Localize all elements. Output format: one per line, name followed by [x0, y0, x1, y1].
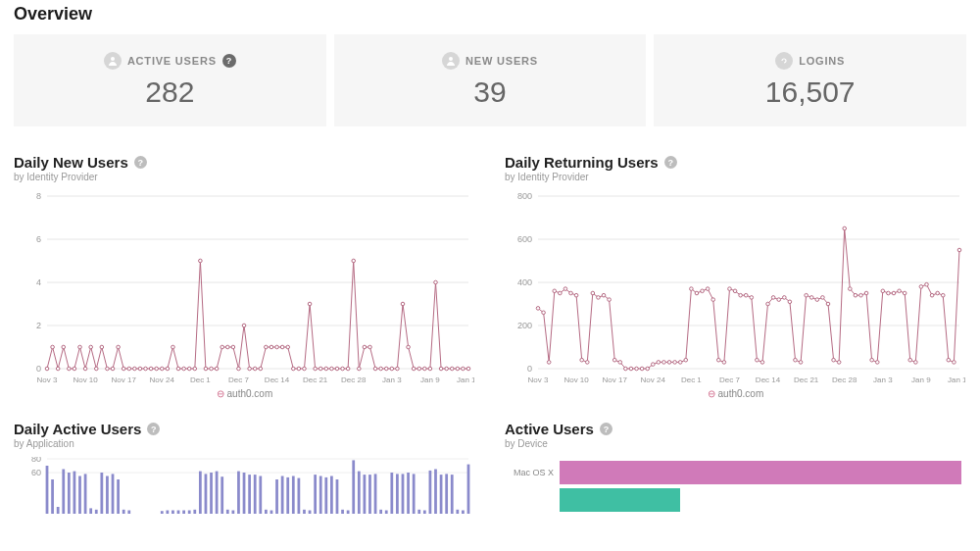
svg-point-173 [805, 293, 808, 297]
svg-point-185 [870, 358, 874, 362]
svg-point-28 [68, 367, 72, 371]
svg-point-50 [187, 367, 191, 371]
svg-rect-257 [324, 477, 327, 514]
svg-point-149 [673, 361, 677, 365]
svg-text:Nov 24: Nov 24 [150, 376, 175, 384]
svg-point-40 [133, 367, 137, 371]
svg-point-92 [417, 367, 421, 371]
svg-point-152 [690, 287, 694, 291]
svg-point-32 [89, 345, 93, 349]
svg-rect-212 [78, 476, 81, 515]
svg-text:Jan 17: Jan 17 [948, 376, 965, 384]
svg-rect-208 [57, 507, 60, 514]
svg-point-128 [559, 291, 563, 295]
svg-point-59 [237, 367, 241, 371]
svg-point-31 [83, 367, 87, 371]
svg-point-44 [155, 367, 159, 371]
svg-point-90 [407, 345, 411, 349]
svg-point-49 [182, 367, 186, 371]
chart-subtitle: by Application [14, 438, 475, 449]
chart-daily-active-users: Daily Active Users ? by Application 6080 [14, 421, 475, 516]
svg-rect-241 [237, 472, 240, 514]
svg-rect-217 [106, 476, 109, 515]
help-icon[interactable]: ? [600, 423, 612, 435]
svg-rect-235 [205, 474, 208, 514]
svg-point-135 [597, 296, 601, 300]
svg-point-148 [667, 361, 671, 365]
svg-rect-240 [231, 511, 234, 515]
svg-point-89 [401, 302, 405, 306]
svg-rect-233 [193, 510, 196, 514]
svg-point-41 [138, 367, 142, 371]
chart-daily-new-users: Daily New Users ? by Identity Provider 0… [14, 154, 475, 399]
svg-rect-239 [226, 510, 229, 514]
svg-point-143 [640, 367, 644, 371]
stat-card-active-users: ACTIVE USERS ? 282 [14, 34, 326, 126]
svg-rect-210 [68, 473, 71, 514]
help-icon[interactable]: ? [222, 54, 236, 68]
svg-rect-216 [100, 473, 103, 514]
svg-point-174 [809, 296, 813, 300]
svg-point-79 [346, 367, 350, 371]
svg-rect-236 [210, 473, 213, 514]
svg-point-25 [51, 345, 55, 349]
svg-text:Dec 21: Dec 21 [794, 376, 819, 384]
svg-text:Nov 24: Nov 24 [641, 376, 666, 384]
svg-rect-218 [112, 474, 115, 514]
stat-head: LOGINS [775, 52, 845, 70]
svg-point-68 [286, 345, 290, 349]
svg-point-177 [826, 302, 830, 306]
svg-rect-279 [445, 474, 448, 514]
svg-text:800: 800 [517, 191, 532, 201]
svg-point-155 [706, 287, 710, 291]
svg-rect-206 [46, 466, 49, 514]
chart-canvas: 6080 [14, 457, 474, 516]
svg-rect-264 [364, 475, 367, 514]
svg-text:60: 60 [31, 468, 41, 477]
svg-point-56 [220, 345, 224, 349]
svg-rect-285 [560, 461, 961, 484]
svg-rect-277 [434, 470, 437, 515]
svg-text:Dec 28: Dec 28 [341, 376, 367, 384]
svg-rect-281 [456, 510, 459, 514]
svg-point-134 [591, 291, 595, 295]
svg-point-47 [172, 345, 175, 349]
svg-point-62 [253, 367, 257, 371]
svg-point-151 [684, 358, 688, 362]
stat-label: LOGINS [799, 55, 845, 67]
svg-text:Jan 17: Jan 17 [457, 376, 474, 384]
svg-rect-244 [254, 475, 257, 514]
chart-canvas: 02468Nov 3Nov 10Nov 17Nov 24Dec 1Dec 7De… [14, 190, 474, 386]
stats-bar: ACTIVE USERS ? 282 NEW USERS 39 LOGINS 1… [14, 34, 966, 126]
help-icon[interactable]: ? [664, 156, 677, 169]
svg-point-34 [100, 345, 104, 349]
svg-point-199 [947, 358, 951, 362]
chart-title: Daily Returning Users [505, 154, 659, 171]
svg-point-163 [750, 296, 754, 300]
svg-point-200 [953, 361, 956, 365]
svg-rect-238 [220, 476, 223, 514]
svg-point-57 [225, 345, 229, 349]
svg-point-198 [941, 293, 945, 297]
svg-point-181 [849, 287, 853, 291]
svg-rect-234 [199, 472, 202, 514]
svg-rect-242 [243, 473, 246, 514]
svg-point-154 [701, 289, 705, 293]
svg-point-125 [542, 311, 546, 315]
svg-rect-275 [423, 511, 426, 515]
svg-point-139 [618, 361, 622, 365]
svg-rect-232 [188, 511, 191, 515]
svg-point-80 [352, 259, 356, 263]
svg-rect-262 [352, 460, 355, 514]
svg-point-78 [341, 367, 345, 371]
svg-text:Dec 1: Dec 1 [190, 376, 211, 384]
svg-point-142 [635, 367, 639, 371]
svg-rect-276 [429, 471, 432, 514]
svg-rect-249 [281, 476, 284, 515]
svg-point-46 [166, 367, 170, 371]
help-icon[interactable]: ? [147, 423, 160, 435]
svg-point-30 [78, 345, 82, 349]
help-icon[interactable]: ? [134, 156, 147, 169]
svg-point-74 [318, 367, 322, 371]
svg-point-189 [892, 291, 896, 295]
